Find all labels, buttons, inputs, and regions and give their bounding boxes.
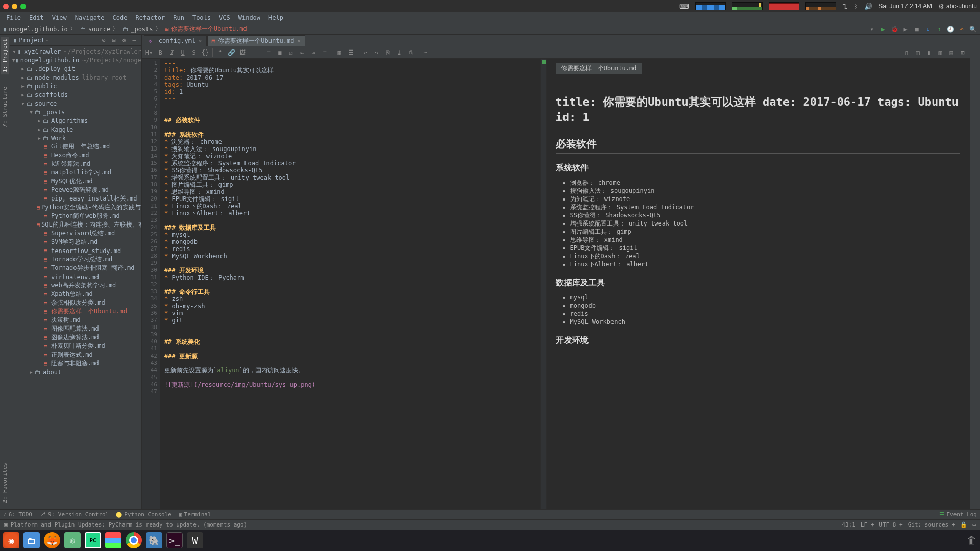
favorites-tool-tab[interactable]: 2: Favorites xyxy=(1,461,9,505)
menu-window[interactable]: Window xyxy=(234,13,264,22)
ol-icon[interactable]: ≣ xyxy=(275,47,285,58)
layout-editor-icon[interactable]: ▯ xyxy=(901,47,912,58)
tree-item[interactable]: ⬒virtualenv.md xyxy=(10,272,141,281)
editor-tab[interactable]: ⬘_config.yml× xyxy=(144,35,207,46)
indent-icon[interactable]: ⇥ xyxy=(308,47,318,58)
menu-file[interactable]: File xyxy=(2,13,25,22)
tree-item[interactable]: ⬒pip, easy_install相关.md xyxy=(10,194,141,203)
tree-item[interactable]: ⬒你需要这样一个Ubuntu.md xyxy=(10,307,141,316)
files-icon[interactable]: 🗀 xyxy=(23,532,40,548)
cpu-graph[interactable] xyxy=(695,2,726,10)
hide-icon[interactable]: — xyxy=(130,36,138,44)
build-dropdown[interactable]: ▾ xyxy=(868,25,876,33)
wiznote-icon[interactable]: W xyxy=(187,532,203,548)
project-tree[interactable]: ▼▮xyzCrawler~/Projects/xyzCrawler▼▮nooge… xyxy=(10,46,141,509)
tree-item[interactable]: ⬒web高并发架构学习.md xyxy=(10,281,141,290)
net-graph[interactable] xyxy=(769,2,799,10)
tree-item[interactable]: ▶🗀public xyxy=(10,82,141,90)
underline-icon[interactable]: U xyxy=(178,47,188,58)
italic-icon[interactable]: I xyxy=(166,47,177,58)
align-left-icon[interactable]: ≡ xyxy=(320,47,330,58)
tree-item[interactable]: ⬒阻塞与非阻塞.md xyxy=(10,359,141,368)
bluetooth-icon[interactable]: ᛒ xyxy=(854,3,858,10)
redo-icon[interactable]: ↷ xyxy=(372,47,382,58)
tree-item[interactable]: ⬒SVM学习总结.md xyxy=(10,238,141,246)
file-encoding[interactable]: UTF-8 ÷ xyxy=(879,521,902,528)
tree-item[interactable]: ⬒tensorflow_study.md xyxy=(10,246,141,255)
image-icon[interactable]: 🖼 xyxy=(237,47,248,58)
tree-item[interactable]: ⬒k近邻算法.md xyxy=(10,160,141,168)
debug-icon[interactable]: 🐞 xyxy=(890,25,898,33)
disk-graph[interactable] xyxy=(805,2,836,10)
link-icon[interactable]: 🔗 xyxy=(226,47,236,58)
menu-run[interactable]: Run xyxy=(169,13,188,22)
tree-item[interactable]: ⬒Python安全编码-代码注入的实践与防范 xyxy=(10,203,141,212)
code-icon[interactable]: {} xyxy=(200,47,210,58)
quote-icon[interactable]: ❝ xyxy=(215,47,225,58)
layout-settings-icon[interactable]: ⊞ xyxy=(958,47,968,58)
layout-html-icon[interactable]: ▥ xyxy=(935,47,945,58)
layout-html2-icon[interactable]: ▤ xyxy=(946,47,957,58)
tree-item[interactable]: ⬒Python简单web服务.md xyxy=(10,212,141,220)
tree-item[interactable]: ▶🗀Algorithms xyxy=(10,116,141,125)
terminal-icon[interactable]: >_ xyxy=(166,532,183,548)
menu-code[interactable]: Code xyxy=(109,13,132,22)
tree-item[interactable]: ▶🗀Kaggle xyxy=(10,125,141,134)
tab-close-icon[interactable]: × xyxy=(297,38,301,44)
run-icon[interactable]: ▶ xyxy=(879,25,887,33)
clock[interactable]: Sat Jun 17 2:14 AM xyxy=(878,3,932,10)
python-console-tab[interactable]: ⬤Python Console xyxy=(116,511,172,518)
tab-close-icon[interactable]: × xyxy=(199,38,202,44)
tree-item[interactable]: ⬒Git使用一年总结.md xyxy=(10,142,141,151)
tree-item[interactable]: ⬒Hexo命令.md xyxy=(10,151,141,160)
tree-item[interactable]: ⬒余弦相似度分类.md xyxy=(10,298,141,307)
sys-indicator-keyboard[interactable]: ⌨ xyxy=(679,3,689,10)
status-icon[interactable]: ▣ xyxy=(4,521,8,528)
table-icon[interactable]: ▦ xyxy=(334,47,345,58)
vcs-update-icon[interactable]: ↓ xyxy=(924,25,932,33)
structure-tool-tab[interactable]: 7: Structure xyxy=(1,85,9,129)
error-stripe[interactable] xyxy=(540,59,546,509)
tree-item[interactable]: ⬒正则表达式.md xyxy=(10,350,141,359)
todo-tab[interactable]: ✓6: TODO xyxy=(3,511,32,518)
firefox-icon[interactable]: 🦊 xyxy=(44,532,60,548)
outdent-icon[interactable]: ⇤ xyxy=(297,47,307,58)
event-log-tab[interactable]: Event Log xyxy=(946,511,977,518)
bold-icon[interactable]: B xyxy=(155,47,165,58)
tree-item[interactable]: ▶🗀about xyxy=(10,368,141,377)
menu-tools[interactable]: Tools xyxy=(188,13,215,22)
menu-navigate[interactable]: Navigate xyxy=(71,13,109,22)
tree-item[interactable]: ⬒图像匹配算法.md xyxy=(10,324,141,333)
dbeaver-icon[interactable]: 🐘 xyxy=(146,532,162,548)
menu-view[interactable]: View xyxy=(48,13,71,22)
collapse-all-icon[interactable]: ⊟ xyxy=(110,36,118,44)
strike-icon[interactable]: S xyxy=(189,47,199,58)
search-icon[interactable]: 🔍 xyxy=(969,25,977,33)
tree-item[interactable]: ▼▮xyzCrawler~/Projects/xyzCrawler xyxy=(10,47,141,56)
copy-html-icon[interactable]: ⎘ xyxy=(383,47,393,58)
cursor-position[interactable]: 43:1 xyxy=(842,521,855,528)
tree-item[interactable]: ⬒SQL的几种连接：内连接、左联接、右连 xyxy=(10,220,141,229)
layout-preview-icon[interactable]: ▮ xyxy=(924,47,934,58)
export-icon[interactable]: ⤓ xyxy=(394,47,404,58)
tree-item[interactable]: ⬒matplotlib学习.md xyxy=(10,168,141,177)
tree-item[interactable]: ▶🗀Work xyxy=(10,134,141,142)
vcs-commit-icon[interactable]: ↑ xyxy=(935,25,943,33)
tree-item[interactable]: ▼🗀_posts xyxy=(10,108,141,116)
coverage-icon[interactable]: ▶ xyxy=(901,25,910,33)
readonly-lock-icon[interactable]: 🔒 xyxy=(960,521,967,528)
tree-item[interactable]: ⬒Supervisord总结.md xyxy=(10,229,141,238)
task-icon[interactable]: ☑ xyxy=(286,47,296,58)
mem-graph[interactable] xyxy=(732,2,763,10)
editor-tab[interactable]: ⬒你需要这样一个Ubuntu.md× xyxy=(207,35,305,46)
tree-item[interactable]: ⬒Peewee源码解读.md xyxy=(10,186,141,194)
vcs-history-icon[interactable]: 🕘 xyxy=(946,25,954,33)
network-icon[interactable]: ⇅ xyxy=(842,3,848,10)
crumb-posts[interactable]: 🗀_posts〉 xyxy=(122,24,161,33)
volume-icon[interactable]: 🔊 xyxy=(864,3,872,10)
tree-item[interactable]: ▶🗀scaffolds xyxy=(10,90,141,99)
menu-refactor[interactable]: Refactor xyxy=(131,13,169,22)
hr-icon[interactable]: — xyxy=(249,47,259,58)
tree-item[interactable]: ⬒Tornado学习总结.md xyxy=(10,255,141,264)
settings-icon[interactable]: ⚙ xyxy=(120,36,128,44)
